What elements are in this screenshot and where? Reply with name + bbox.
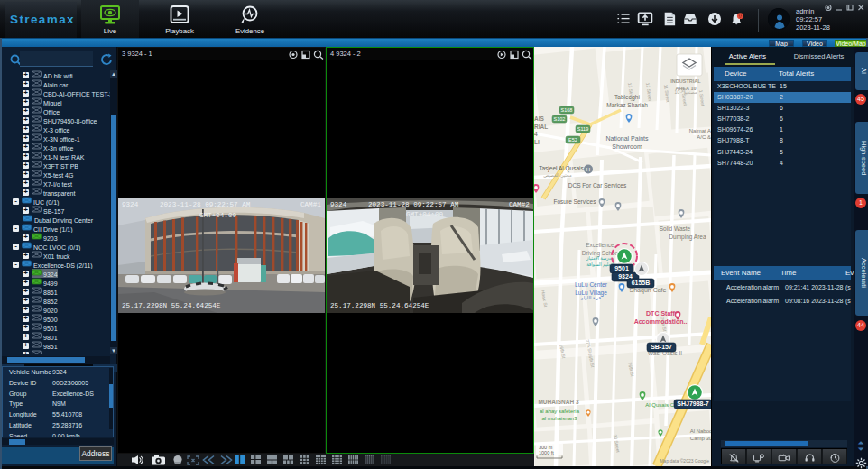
svg-text:CAM#1: CAM#1 — [300, 201, 321, 208]
svg-text:LI: LI — [534, 139, 540, 145]
svg-text:Tasjeel Al Qusais: Tasjeel Al Qusais — [539, 165, 584, 172]
svg-text:مصنعية - 10: مصنعية - 10 — [674, 89, 697, 95]
svg-text:9324: 9324 — [122, 201, 139, 208]
svg-text:Map data ©2023 Google: Map data ©2023 Google — [660, 458, 709, 464]
svg-text:al ahay safeteria: al ahay safeteria — [540, 409, 580, 414]
svg-text:2023-11-28 09:22:57 AM: 2023-11-28 09:22:57 AM — [160, 201, 251, 208]
svg-text:LuLu Center: LuLu Center — [575, 281, 608, 288]
svg-text:A/C &: A/C & — [697, 134, 711, 140]
svg-text:Markaz Shariah: Markaz Shariah — [606, 102, 648, 108]
svg-text:Najmat A: Najmat A — [689, 128, 711, 133]
svg-text:Al Naboo: Al Naboo — [690, 428, 711, 434]
svg-text:Fosure Services: Fosure Services — [554, 198, 597, 205]
svg-text:DTC Staff: DTC Staff — [646, 310, 676, 317]
svg-text:S102: S102 — [554, 116, 566, 122]
svg-text:Excellence: Excellence — [586, 242, 614, 248]
svg-text:SHJ7988-7: SHJ7988-7 — [677, 400, 709, 407]
svg-text:4: 4 — [534, 131, 538, 137]
svg-text:GMT+04:00: GMT+04:00 — [199, 212, 236, 219]
svg-text:25.17.2298N 55.24.64254E: 25.17.2298N 55.24.64254E — [122, 302, 221, 309]
svg-text:1000 ft: 1000 ft — [539, 450, 554, 455]
svg-text:قرية اللولو: قرية اللولو — [580, 295, 601, 300]
svg-text:9501: 9501 — [614, 265, 629, 271]
svg-text:E52: E52 — [568, 137, 577, 143]
svg-text:Accommodation..: Accommodation.. — [634, 318, 688, 325]
svg-text:SB-157: SB-157 — [651, 344, 672, 350]
svg-text:Showroom: Showroom — [612, 143, 642, 150]
svg-text:RIAL: RIAL — [534, 124, 548, 130]
svg-text:DCS For Car Services: DCS For Car Services — [568, 182, 627, 189]
svg-text:Solid Waste: Solid Waste — [660, 225, 691, 232]
svg-text:S168: S168 — [561, 107, 573, 113]
svg-text:6155B: 6155B — [632, 280, 651, 286]
svg-text:Tableeghi: Tableeghi — [614, 94, 640, 101]
svg-text:AIS: AIS — [534, 115, 545, 122]
svg-text:25.17.2298N 55.24.64254E: 25.17.2298N 55.24.64254E — [330, 302, 429, 309]
svg-text:National Paints: National Paints — [605, 135, 649, 142]
svg-text:S119: S119 — [577, 126, 588, 132]
svg-text:CAM#2: CAM#2 — [509, 201, 530, 208]
svg-text:مدرسة الامتياز: مدرسة الامتياز — [586, 255, 614, 261]
svg-text:H: H — [586, 167, 590, 172]
svg-text:GMT+04:00: GMT+04:00 — [406, 211, 443, 218]
svg-text:9324: 9324 — [330, 201, 347, 208]
svg-text:محتين القصيص: محتين القصيص — [543, 172, 572, 178]
svg-text:Camp 30: Camp 30 — [690, 436, 711, 441]
svg-text:Dumping Area: Dumping Area — [669, 234, 706, 241]
svg-text:2023-11-28 09:22:57 AM: 2023-11-28 09:22:57 AM — [368, 201, 459, 208]
svg-text:INDUSTRIAL: INDUSTRIAL — [670, 78, 701, 84]
svg-text:al muhaisnan3: al muhaisnan3 — [541, 416, 577, 421]
svg-text:MUHAISNAH 3: MUHAISNAH 3 — [538, 399, 579, 405]
